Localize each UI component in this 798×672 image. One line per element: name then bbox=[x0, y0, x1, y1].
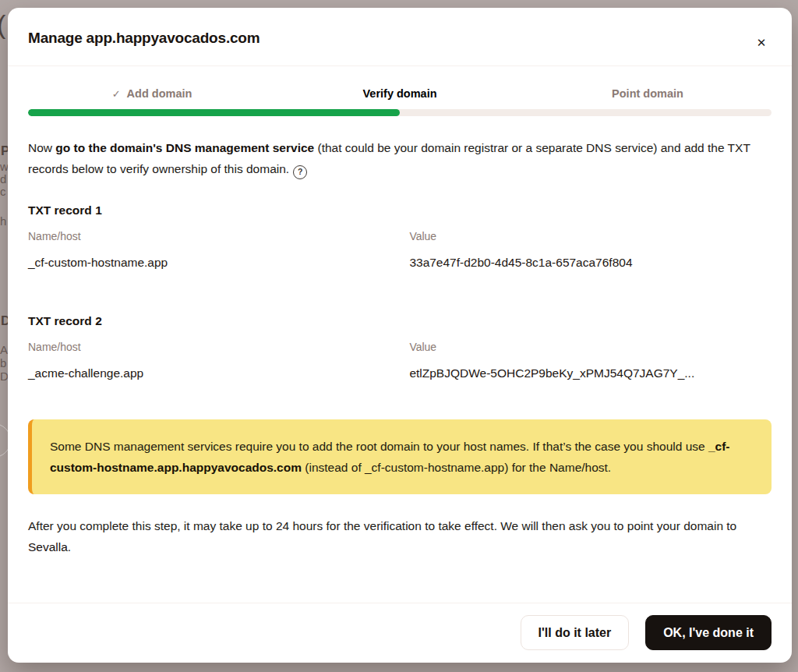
instructions-text: Now bbox=[28, 141, 55, 154]
record-name-host: _acme-challenge.app bbox=[28, 366, 409, 380]
step-label: Add domain bbox=[127, 87, 192, 100]
dns-root-domain-warning-callout: Some DNS management services require you… bbox=[28, 419, 772, 494]
value-column-header: Value bbox=[409, 230, 772, 242]
txt-record-1: TXT record 1 Name/host Value _cf-custom-… bbox=[28, 203, 772, 270]
do-it-later-button[interactable]: I'll do it later bbox=[521, 615, 630, 650]
record-name-host: _cf-custom-hostname.app bbox=[28, 256, 409, 270]
warning-text: Some DNS management services require you… bbox=[50, 440, 708, 453]
record-value: 33a7e47f-d2b0-4d45-8c1a-657aca76f804 bbox=[409, 256, 772, 270]
progress-stepper: ✓ Add domain Verify domain Point domain bbox=[28, 87, 772, 116]
background-text-fragment: d bbox=[0, 173, 6, 185]
name-host-column-header: Name/host bbox=[28, 230, 409, 242]
note-text: . bbox=[68, 540, 71, 554]
record-table: Name/host Value _acme-challenge.app etlZ… bbox=[28, 341, 772, 380]
step-point-domain: Point domain bbox=[524, 87, 772, 100]
help-icon[interactable]: ? bbox=[293, 165, 307, 179]
value-column-header: Value bbox=[409, 341, 772, 353]
brand-name: Sevalla bbox=[28, 540, 68, 554]
manage-domain-dialog: Manage app.happyavocados.com ✕ ✓ Add dom… bbox=[8, 8, 792, 663]
background-text-fragment: b bbox=[0, 357, 6, 369]
step-verify-domain: Verify domain bbox=[276, 87, 524, 100]
close-icon[interactable]: ✕ bbox=[750, 31, 773, 55]
step-label: Point domain bbox=[612, 87, 683, 100]
check-icon: ✓ bbox=[112, 88, 121, 100]
progress-bar-track bbox=[28, 109, 772, 116]
background-text-fragment: A bbox=[0, 344, 8, 355]
step-labels-row: ✓ Add domain Verify domain Point domain bbox=[28, 87, 772, 100]
record-table: Name/host Value _cf-custom-hostname.app … bbox=[28, 230, 772, 270]
background-text-fragment: c bbox=[0, 186, 6, 197]
dialog-header: Manage app.happyavocados.com ✕ bbox=[8, 8, 792, 66]
record-title: TXT record 2 bbox=[28, 314, 772, 328]
instructions-bold-text: go to the domain's DNS management servic… bbox=[55, 141, 314, 154]
verification-delay-note: After you complete this step, it may tak… bbox=[28, 515, 772, 557]
step-label: Verify domain bbox=[362, 87, 436, 100]
progress-bar-fill bbox=[28, 109, 400, 116]
name-host-column-header: Name/host bbox=[28, 341, 409, 353]
dialog-body: ✓ Add domain Verify domain Point domain … bbox=[8, 66, 792, 603]
dialog-footer: I'll do it later OK, I've done it bbox=[8, 603, 792, 663]
note-text: After you complete this step, it may tak… bbox=[28, 519, 736, 532]
record-title: TXT record 1 bbox=[28, 203, 772, 218]
background-text-fragment: ( bbox=[0, 19, 5, 30]
txt-record-2: TXT record 2 Name/host Value _acme-chall… bbox=[28, 314, 772, 380]
ok-done-button[interactable]: OK, I've done it bbox=[645, 615, 772, 650]
step-add-domain: ✓ Add domain bbox=[28, 87, 276, 100]
warning-text: (instead of _cf-custom-hostname.app) for… bbox=[302, 461, 611, 474]
dialog-title: Manage app.happyavocados.com bbox=[28, 30, 745, 47]
background-text-fragment: h bbox=[0, 215, 6, 227]
instructions-paragraph: Now go to the domain's DNS management se… bbox=[28, 137, 772, 179]
record-value: etlZpBJQDWe-5OHC2P9beKy_xPMJ54Q7JAG7Y_..… bbox=[409, 366, 772, 380]
